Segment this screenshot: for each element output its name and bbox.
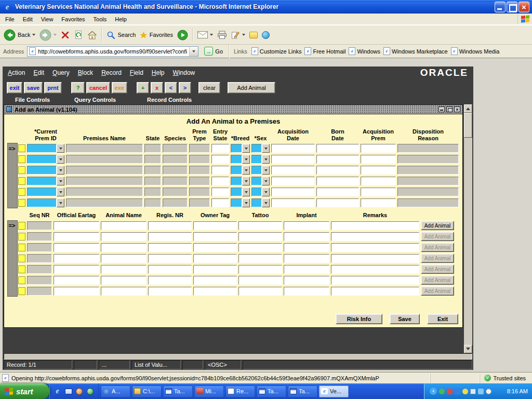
- mail-dropdown-icon[interactable]: [210, 34, 213, 36]
- breed-dropdown-button[interactable]: [242, 155, 250, 164]
- tattoo-field[interactable]: [238, 232, 282, 241]
- breed-dropdown-button[interactable]: [242, 188, 250, 196]
- acquisition-date-field[interactable]: [271, 198, 315, 207]
- prem-id-dropdown-button[interactable]: [57, 155, 64, 164]
- animal-name-field[interactable]: [101, 243, 147, 252]
- search-button[interactable]: Search: [107, 31, 136, 39]
- row-marker[interactable]: [18, 166, 25, 174]
- row-marker[interactable]: [18, 287, 25, 295]
- add-animal-row-button[interactable]: Add Animal: [421, 275, 454, 285]
- born-date-field[interactable]: [316, 188, 359, 196]
- link-windows[interactable]: Windows: [349, 47, 380, 55]
- implant-field[interactable]: [284, 254, 329, 263]
- edit-dropdown-icon[interactable]: [242, 34, 245, 36]
- acquisition-prem-field[interactable]: [361, 188, 396, 196]
- tattoo-field[interactable]: [238, 276, 282, 285]
- minimize-button[interactable]: [495, 2, 506, 12]
- taskbar-window-7[interactable]: Ta...: [288, 385, 317, 397]
- form-window-titlebar[interactable]: Add an Animal (v1.104): [4, 105, 462, 114]
- acquisition-date-field[interactable]: [271, 166, 315, 175]
- row-marker[interactable]: [18, 276, 25, 284]
- tray-icon-1[interactable]: [439, 389, 445, 394]
- entry-state-field[interactable]: [211, 198, 229, 207]
- exit-form-button[interactable]: Exit: [427, 314, 458, 324]
- quicklaunch-messenger-icon[interactable]: [86, 388, 94, 395]
- breed-dropdown-button[interactable]: [242, 144, 250, 153]
- menu-edit[interactable]: Edit: [19, 15, 37, 24]
- scroll-track[interactable]: [464, 138, 472, 345]
- sex-field[interactable]: [251, 166, 262, 175]
- add-animal-toolbar-button[interactable]: Add Animal: [228, 82, 275, 94]
- quicklaunch-media-player-icon[interactable]: [75, 388, 83, 395]
- stop-button[interactable]: [61, 31, 70, 39]
- row-marker[interactable]: [18, 177, 25, 185]
- implant-field[interactable]: [284, 265, 329, 274]
- current-prem-id-field[interactable]: [27, 198, 57, 207]
- sex-dropdown-button[interactable]: [262, 177, 270, 185]
- official-eartag-field[interactable]: [54, 243, 99, 252]
- back-button[interactable]: Back: [4, 29, 35, 41]
- tray-icon-4[interactable]: [462, 389, 468, 394]
- animal-name-field[interactable]: [101, 232, 147, 241]
- row-marker[interactable]: [18, 265, 25, 273]
- forward-button[interactable]: [39, 29, 57, 41]
- taskbar-window-2[interactable]: C:\...: [132, 385, 162, 397]
- insert-record-button[interactable]: +: [137, 82, 149, 94]
- born-date-field[interactable]: [316, 177, 359, 185]
- acquisition-date-field[interactable]: [271, 144, 315, 153]
- remarks-field[interactable]: [331, 254, 419, 263]
- favorites-button[interactable]: Favorites: [140, 30, 173, 40]
- breed-field[interactable]: [231, 188, 242, 196]
- add-animal-row-button[interactable]: Add Animal: [421, 264, 454, 274]
- sex-field[interactable]: [251, 144, 262, 153]
- row-marker[interactable]: [18, 155, 25, 163]
- address-input[interactable]: http://cowebforms.aphis.usda.gov/forms90…: [27, 46, 198, 57]
- sex-dropdown-button[interactable]: [262, 144, 270, 153]
- address-dropdown-button[interactable]: [189, 47, 198, 56]
- acquisition-date-field[interactable]: [271, 188, 315, 196]
- owner-tag-field[interactable]: [193, 265, 237, 274]
- hide-icons-chevron[interactable]: [430, 388, 437, 395]
- menu-file[interactable]: File: [1, 15, 19, 24]
- entry-state-field[interactable]: [211, 155, 229, 164]
- sex-dropdown-button[interactable]: [262, 198, 270, 207]
- oracle-menu-field[interactable]: Field: [130, 69, 143, 76]
- animal-name-field[interactable]: [101, 254, 147, 263]
- save-button[interactable]: save: [24, 82, 43, 94]
- link-windows-media[interactable]: Windows Media: [451, 47, 500, 55]
- row-marker[interactable]: [18, 199, 25, 207]
- oracle-menu-help[interactable]: Help: [152, 69, 165, 76]
- implant-field[interactable]: [284, 232, 329, 241]
- acquisition-date-field[interactable]: [271, 155, 315, 164]
- oracle-menu-query[interactable]: Query: [52, 69, 70, 76]
- risk-info-button[interactable]: Risk Info: [336, 314, 382, 324]
- taskbar-window-1[interactable]: A...: [101, 385, 130, 397]
- regis-nr-field[interactable]: [148, 221, 192, 230]
- delete-record-button[interactable]: x: [151, 82, 163, 94]
- acquisition-date-field[interactable]: [271, 177, 315, 185]
- remarks-field[interactable]: [331, 287, 419, 296]
- acquisition-prem-field[interactable]: [361, 144, 396, 153]
- breed-dropdown-button[interactable]: [242, 177, 250, 185]
- taskbar-window-4[interactable]: Mi...: [194, 385, 224, 397]
- remarks-field[interactable]: [331, 221, 419, 230]
- menu-tools[interactable]: Tools: [89, 15, 111, 24]
- sex-field[interactable]: [251, 155, 262, 164]
- form-close-icon[interactable]: [454, 107, 460, 112]
- official-eartag-field[interactable]: [54, 254, 99, 263]
- breed-field[interactable]: [231, 144, 242, 153]
- breed-field[interactable]: [231, 166, 242, 175]
- owner-tag-field[interactable]: [193, 221, 237, 230]
- exit-button[interactable]: exit: [7, 82, 22, 94]
- owner-tag-field[interactable]: [193, 243, 237, 252]
- taskbar-window-3[interactable]: Ta...: [163, 385, 193, 397]
- owner-tag-field[interactable]: [193, 232, 237, 241]
- current-prem-id-field[interactable]: [27, 166, 57, 175]
- clear-button[interactable]: clear: [198, 82, 220, 94]
- tattoo-field[interactable]: [238, 243, 282, 252]
- breed-field[interactable]: [231, 177, 242, 185]
- current-prem-id-field[interactable]: [27, 188, 57, 196]
- tattoo-field[interactable]: [238, 287, 282, 296]
- regis-nr-field[interactable]: [148, 243, 192, 252]
- sex-dropdown-button[interactable]: [262, 188, 270, 196]
